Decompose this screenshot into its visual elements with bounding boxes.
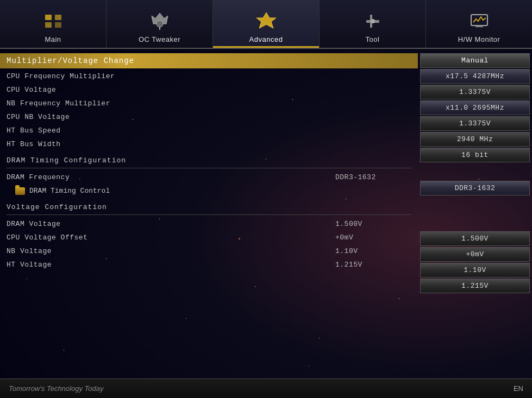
- svg-rect-11: [475, 26, 483, 27]
- oc-tweaker-icon: [146, 9, 173, 33]
- cpu-voltage-offset-label: CPU Voltage Offset: [7, 233, 335, 242]
- ht-voltage-label: HT Voltage: [7, 261, 335, 269]
- svg-rect-3: [55, 22, 61, 28]
- cpu-voltage-offset-center-value: +0mV: [335, 233, 411, 242]
- value-ht-bus-speed[interactable]: 2940 MHz: [420, 132, 530, 147]
- value-cpu-voltage-offset[interactable]: +0mV: [420, 247, 530, 262]
- svg-rect-0: [45, 15, 52, 20]
- nav-main-label: Main: [45, 35, 61, 43]
- svg-point-9: [371, 19, 375, 23]
- navigation-bar: Main OC Tweaker Advanced: [0, 0, 532, 49]
- spacer-voltage-title: [420, 214, 530, 230]
- footer: Tomorrow's Technology Today EN: [0, 378, 532, 398]
- dram-timing-control-label: DRAM Timing Control: [29, 187, 110, 195]
- row-ht-bus-width[interactable]: HT Bus Width: [0, 137, 418, 151]
- nb-freq-mult-label: NB Frequency Multiplier: [7, 99, 411, 108]
- section-header-multiplier: Multiplier/Voltage Change: [0, 53, 418, 68]
- svg-marker-6: [256, 12, 276, 28]
- svg-point-4: [157, 21, 163, 27]
- hw-monitor-icon: [466, 9, 493, 33]
- value-dram-frequency[interactable]: DDR3-1632: [420, 181, 530, 195]
- nav-item-hw-monitor[interactable]: H/W Monitor: [426, 0, 532, 48]
- cpu-freq-mult-label: CPU Frequency Multiplier: [7, 72, 411, 80]
- value-cpu-nb-voltage[interactable]: 1.3375V: [420, 116, 530, 131]
- ht-bus-speed-label: HT Bus Speed: [7, 127, 411, 135]
- value-ht-bus-width[interactable]: 16 bit: [420, 148, 530, 162]
- value-manual[interactable]: Manual: [420, 53, 530, 68]
- left-panel: Multiplier/Voltage Change CPU Frequency …: [0, 49, 418, 378]
- nav-oc-tweaker-label: OC Tweaker: [139, 35, 180, 43]
- row-dram-frequency[interactable]: DRAM Frequency DDR3-1632: [0, 170, 418, 184]
- row-cpu-nb-voltage[interactable]: CPU NB Voltage: [0, 110, 418, 124]
- svg-rect-2: [45, 22, 52, 28]
- dram-frequency-label: DRAM Frequency: [7, 173, 335, 181]
- spacer-dram-control: [420, 197, 530, 213]
- value-cpu-voltage[interactable]: 1.3375V: [420, 85, 530, 99]
- main-content: Multiplier/Voltage Change CPU Frequency …: [0, 49, 532, 378]
- ht-bus-width-label: HT Bus Width: [7, 140, 411, 148]
- dram-voltage-center-value: 1.500V: [335, 220, 411, 228]
- value-dram-voltage[interactable]: 1.500V: [420, 231, 530, 246]
- value-nb-freq-mult[interactable]: x11.0 2695MHz: [420, 100, 530, 115]
- nav-item-tool[interactable]: Tool: [320, 0, 426, 48]
- row-cpu-voltage[interactable]: CPU Voltage: [0, 83, 418, 97]
- footer-tagline: Tomorrow's Technology Today: [9, 384, 103, 393]
- spacer-dram-title: [420, 163, 530, 180]
- main-icon: [40, 9, 67, 33]
- row-dram-timing-control[interactable]: DRAM Timing Control: [0, 184, 418, 198]
- voltage-divider: [7, 214, 411, 215]
- section-title-dram-timing: DRAM Timing Configuration: [0, 151, 418, 167]
- row-cpu-voltage-offset[interactable]: CPU Voltage Offset +0mV: [0, 231, 418, 244]
- cpu-nb-voltage-label: CPU NB Voltage: [7, 113, 411, 121]
- section-title-voltage-config: Voltage Configuration: [0, 198, 418, 213]
- nav-item-main[interactable]: Main: [0, 0, 107, 48]
- row-cpu-freq-mult[interactable]: CPU Frequency Multiplier: [0, 70, 418, 83]
- row-dram-voltage[interactable]: DRAM Voltage 1.500V: [0, 217, 418, 231]
- ht-voltage-center-value: 1.215V: [335, 261, 411, 269]
- dram-voltage-label: DRAM Voltage: [7, 220, 335, 228]
- row-ht-voltage[interactable]: HT Voltage 1.215V: [0, 258, 418, 271]
- nav-item-advanced[interactable]: Advanced: [213, 0, 320, 48]
- nb-voltage-center-value: 1.10V: [335, 247, 411, 255]
- row-nb-freq-mult[interactable]: NB Frequency Multiplier: [0, 97, 418, 110]
- value-cpu-freq-mult[interactable]: x17.5 4287MHz: [420, 69, 530, 84]
- nav-hw-monitor-label: H/W Monitor: [458, 35, 500, 43]
- row-ht-bus-speed[interactable]: HT Bus Speed: [0, 124, 418, 137]
- nav-item-oc-tweaker[interactable]: OC Tweaker: [107, 0, 213, 48]
- nav-advanced-label: Advanced: [249, 35, 283, 43]
- folder-icon: [15, 187, 25, 195]
- right-panel: Manual x17.5 4287MHz 1.3375V x11.0 2695M…: [418, 49, 532, 378]
- nav-tool-label: Tool: [366, 35, 380, 43]
- nb-voltage-label: NB Voltage: [7, 247, 335, 255]
- row-nb-voltage[interactable]: NB Voltage 1.10V: [0, 244, 418, 258]
- dram-frequency-center-value: DDR3-1632: [335, 173, 411, 181]
- tool-icon: [359, 9, 386, 33]
- advanced-icon: [253, 9, 280, 33]
- value-nb-voltage[interactable]: 1.10V: [420, 263, 530, 277]
- cpu-voltage-label: CPU Voltage: [7, 86, 411, 94]
- value-ht-voltage[interactable]: 1.215V: [420, 279, 530, 293]
- svg-rect-1: [55, 15, 61, 20]
- footer-language: EN: [514, 384, 523, 393]
- dram-divider: [7, 168, 411, 168]
